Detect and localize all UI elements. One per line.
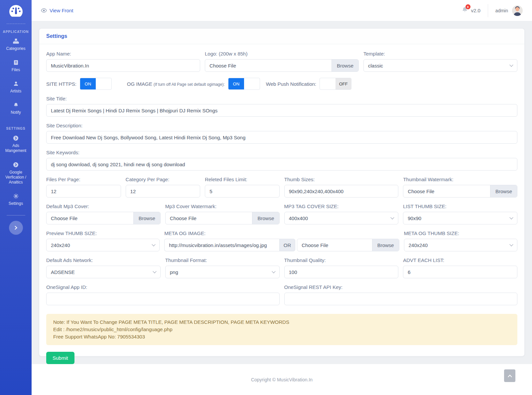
default-mp3-cover-label: Default Mp3 Cover: xyxy=(46,203,161,209)
mp3-tag-cover-size-select[interactable]: 400x400 xyxy=(284,212,399,224)
default-mp3-cover-file-input[interactable]: Choose File Browse xyxy=(46,212,161,224)
meta-og-image-browse-button[interactable]: Browse xyxy=(372,239,399,251)
mp3-cover-watermark-browse-button[interactable]: Browse xyxy=(252,212,279,224)
web-push-toggle[interactable]: OFF xyxy=(320,78,351,90)
advt-each-list-input[interactable] xyxy=(403,266,517,278)
category-per-page-input[interactable] xyxy=(126,185,200,198)
scroll-to-top-button[interactable] xyxy=(504,369,515,382)
thumbnail-watermark-file-text: Choose File xyxy=(403,185,490,197)
og-image-on: ON xyxy=(228,78,244,89)
view-front-label: View Front xyxy=(50,8,73,13)
sidebar-label-files: Files xyxy=(3,67,29,72)
sidebar-label-google-verification: Google Verfication / Analtics xyxy=(3,170,29,185)
meta-og-thumb-size-select[interactable]: 240x240 xyxy=(404,239,517,251)
sidebar-item-ads-management[interactable]: Ads Mangement xyxy=(0,131,32,158)
sidebar-label-artists: Artists xyxy=(3,89,29,94)
site-title-input[interactable] xyxy=(46,104,517,117)
view-front-link[interactable]: View Front xyxy=(41,8,73,13)
thumbnail-watermark-browse-button[interactable]: Browse xyxy=(490,185,517,197)
logo-file-input[interactable]: Choose File Browse xyxy=(205,59,359,72)
site-description-label: Site Description: xyxy=(46,123,517,128)
topbar-right: 0 v2.0 admin xyxy=(462,4,523,17)
site-keywords-label: Site Keywords: xyxy=(46,150,517,155)
related-files-limit-input[interactable] xyxy=(205,185,280,198)
thumbnail-format-label: Thumbnail Format: xyxy=(165,257,280,263)
username-label: admin xyxy=(495,8,508,13)
onesignal-app-id-label: OneSignal App ID: xyxy=(46,284,280,290)
preview-thumb-size-select[interactable]: 240x240 xyxy=(46,239,160,251)
logo-label: Logo: (200w x 85h) xyxy=(205,51,359,57)
notifications-button[interactable]: 0 xyxy=(462,7,468,14)
sidebar-item-categories[interactable]: Categories xyxy=(0,34,32,56)
meta-og-thumb-size-label: META OG THUMB SIZE: xyxy=(404,230,517,236)
note-line-3: Free Support WhatsApp No: 7905534303 xyxy=(53,333,510,340)
template-select-wrap: classic xyxy=(363,59,517,72)
sidebar-divider xyxy=(7,215,25,215)
site-title-label: Site Title: xyxy=(46,96,517,101)
thumb-sizes-label: Thumb Sizes: xyxy=(284,177,399,182)
app-name-input[interactable] xyxy=(46,59,200,72)
sidebar-label-ads-management: Ads Mangement xyxy=(3,143,29,153)
copyright-text: Copyright © MusicVibration.In xyxy=(251,377,313,382)
sidebar-item-files[interactable]: Files xyxy=(0,56,32,77)
og-image-toggle[interactable]: ON xyxy=(228,78,260,90)
web-push-off: OFF xyxy=(335,78,351,89)
sidebar-item-settings[interactable]: Settings xyxy=(0,189,32,210)
onesignal-rest-api-key-input[interactable] xyxy=(284,293,518,305)
default-mp3-cover-browse-button[interactable]: Browse xyxy=(133,212,160,224)
site-https-on: ON xyxy=(80,78,96,89)
sidebar-collapse-button[interactable] xyxy=(9,221,23,235)
page-title: Settings xyxy=(46,33,67,39)
site-description-input[interactable] xyxy=(46,131,517,144)
logo-file-text: Choose File xyxy=(205,60,332,71)
arrow-circle-right-icon xyxy=(13,162,19,168)
site-keywords-input[interactable] xyxy=(46,158,517,171)
thumbnail-quality-input[interactable] xyxy=(284,266,399,278)
arrow-circle-right-icon xyxy=(13,135,19,141)
card-header: Settings xyxy=(39,29,524,44)
top-bar: View Front 0 v2.0 admin xyxy=(32,0,532,21)
thumbnail-format-select[interactable]: png xyxy=(165,266,280,278)
category-per-page-label: Category Per Page: xyxy=(126,177,200,182)
sidebar-label-settings: Settings xyxy=(3,201,29,206)
note-box: Note: If You Want To Change PAGE META TI… xyxy=(46,314,517,345)
sidebar-item-artists[interactable]: Artists xyxy=(0,77,32,98)
note-line-1: Note: If You Want To Change PAGE META TI… xyxy=(53,319,510,326)
main-area: View Front 0 v2.0 admin Settings xyxy=(32,0,532,395)
meta-og-image-url-input[interactable] xyxy=(164,239,279,251)
site-https-toggle[interactable]: ON xyxy=(80,78,112,90)
footer: Copyright © MusicVibration.In xyxy=(32,364,532,395)
thumbnail-quality-label: Thumbnail Quality: xyxy=(284,257,399,263)
gauge-logo-icon xyxy=(8,4,24,18)
preview-thumb-size-label: Preview THUMB SIZE: xyxy=(46,230,160,236)
note-line-2: Edit : /home2/musicv/public_html/config/… xyxy=(53,326,510,333)
meta-og-or-button[interactable]: OR xyxy=(279,239,296,251)
default-ads-network-label: Default Ads Network: xyxy=(46,257,161,263)
onesignal-app-id-input[interactable] xyxy=(46,293,280,305)
thumbnail-watermark-file-input[interactable]: Choose File Browse xyxy=(403,185,517,198)
meta-og-image-file-input[interactable]: Choose File Browse xyxy=(297,239,399,251)
sidebar-section-application: APPLICATION xyxy=(3,30,29,34)
user-avatar[interactable] xyxy=(512,5,523,16)
sidebar: APPLICATION Categories Files Artists xyxy=(0,0,32,395)
settings-card: Settings App Name: Logo: (200w x 85h) Ch… xyxy=(39,28,525,356)
sidebar-item-google-verification[interactable]: Google Verfication / Analtics xyxy=(0,158,32,189)
default-ads-network-select[interactable]: ADSENSE xyxy=(46,266,161,278)
meta-og-image-file-text: Choose File xyxy=(297,239,372,251)
template-select[interactable]: classic xyxy=(363,59,517,72)
mp3-cover-watermark-label: Mp3 Cover Watermark: xyxy=(165,203,280,209)
app-logo[interactable] xyxy=(8,0,24,22)
web-push-on xyxy=(320,78,335,89)
mp3-tag-cover-size-label: MP3 TAG COVER SIZE: xyxy=(284,203,399,209)
thumb-sizes-input[interactable] xyxy=(284,185,399,198)
eye-icon xyxy=(41,8,47,13)
files-per-page-input[interactable] xyxy=(46,185,121,198)
thumbnail-watermark-label: Thumbnail Watermark: xyxy=(403,177,517,182)
list-thumb-size-select[interactable]: 90x90 xyxy=(403,212,517,224)
person-icon xyxy=(13,81,19,86)
content-area: Settings App Name: Logo: (200w x 85h) Ch… xyxy=(32,21,532,356)
logo-browse-button[interactable]: Browse xyxy=(332,60,358,71)
mp3-cover-watermark-file-input[interactable]: Choose File Browse xyxy=(165,212,280,224)
sidebar-item-notify[interactable]: Notify xyxy=(0,98,32,119)
submit-button[interactable]: Submit xyxy=(46,352,74,364)
